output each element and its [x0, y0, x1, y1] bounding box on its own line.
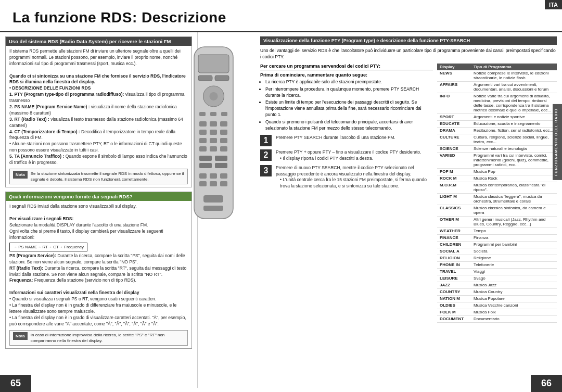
page-number-left: 65	[0, 375, 31, 392]
pty-tipo-cell: Scienze naturali e tecnologia	[471, 145, 557, 152]
svg-rect-18	[199, 146, 207, 151]
ita-badge: ITA	[545, 0, 562, 9]
page-title: La funzione RDS: Descrizione	[12, 9, 550, 26]
svg-rect-23	[199, 163, 212, 168]
pty-tipo-cell: Religione	[471, 255, 557, 261]
table-row: SCIENCEScienze naturali e tecnologia	[437, 145, 557, 152]
pty-display-cell: RELIGION	[437, 255, 471, 261]
svg-rect-17	[220, 138, 227, 143]
svg-rect-25	[199, 173, 207, 179]
svg-rect-15	[199, 138, 207, 143]
right-column: Visualizzazione della funzione PTY (Prog…	[255, 32, 562, 388]
svg-rect-7	[210, 112, 216, 116]
step-text-2: Premere PTY + oppure PTY – fino a visual…	[276, 149, 421, 162]
svg-rect-30	[220, 181, 227, 186]
svg-rect-2	[198, 75, 212, 81]
table-row: JAZZMusica Jazz	[437, 282, 557, 288]
bullet-item: Esiste un limite di tempo per l'esecuzio…	[265, 99, 433, 118]
svg-rect-9	[199, 121, 207, 127]
pty-tipo-cell: Musica Vecchie canzoni	[471, 302, 557, 309]
pty-tipo-cell: Argomenti vari tra cui avvenimenti, docu…	[471, 81, 557, 93]
table-row: OTHER MAltri generi musicali (Jazz, Rhyt…	[437, 216, 557, 227]
nota-box-1: Nota Se la stazione sintonizzata trasmet…	[9, 169, 188, 184]
pty-display-cell: LEISURE	[437, 275, 471, 282]
pty-tipo-cell: Musica classica "leggera", musica da orc…	[471, 193, 557, 205]
table-row: CLASSICSMusica classica sinfonica, da ca…	[437, 205, 557, 216]
table-row: NEWSNotizie comprese le interviste, le e…	[437, 70, 557, 82]
table-row: DRAMARecitazione, fiction, serial radiof…	[437, 127, 557, 134]
pty-tipo-cell: Documentario	[471, 315, 557, 322]
pty-display-cell: FOLK M	[437, 309, 471, 315]
pty-display-cell: SOCIAL A	[437, 248, 471, 255]
step-1: 1 Premere PTY SEARCH durante l'ascolto d…	[260, 135, 433, 146]
pty-tipo-cell: Musica contemporanea, classificata "di r…	[471, 182, 557, 193]
pty-display-cell: CHILDREN	[437, 241, 471, 248]
pty-table-col: Display Tipo di Programma NEWSNotizie co…	[437, 64, 557, 323]
bullet-list: La ricerca PTY è applicabile solo alle s…	[260, 79, 433, 132]
bullet-item: Per interrompere la procedura in qualunq…	[265, 86, 433, 99]
svg-rect-20	[220, 146, 227, 151]
pty-display-cell: DRAMA	[437, 127, 471, 134]
table-row: INFONotizie varie tra cui argomenti di a…	[437, 93, 557, 113]
nota-text-2: In caso di interruzione improvvisa della…	[31, 332, 184, 344]
arrow-indicator: → PS NAME→ RT→ CT→ Frequency	[9, 243, 87, 251]
svg-rect-11	[220, 121, 227, 127]
pty-display-cell: JAZZ	[437, 282, 471, 288]
section-rds-uso: Uso del sistema RDS (Radio Data System) …	[5, 36, 192, 187]
intro-text: Uno dei vantaggi del servizio RDS è che …	[260, 48, 557, 60]
page-number-right: 66	[531, 375, 562, 392]
pty-tipo-cell: Viaggi	[471, 268, 557, 275]
table-row: FOLK MMusica Folk	[437, 309, 557, 315]
page-header: La funzione RDS: Descrizione	[0, 0, 562, 32]
step-num-1: 1	[260, 135, 272, 146]
section-rds-uso-title: Uso del sistema RDS (Radio Data System) …	[6, 37, 191, 46]
table-row: SPORTArgomenti e notizie sportive	[437, 113, 557, 120]
table-row: RELIGIONReligione	[437, 255, 557, 261]
step-num-3: 3	[260, 165, 272, 176]
table-row: M.O.R.MMusica contemporanea, classificat…	[437, 182, 557, 193]
svg-rect-13	[210, 130, 217, 135]
pty-display-cell: LIGHT M	[437, 193, 471, 205]
svg-rect-8	[221, 112, 227, 116]
svg-rect-28	[199, 181, 207, 186]
pty-tipo-cell: Recitazione, fiction, serial radiofonici…	[471, 127, 557, 134]
table-row: SOCIAL ASocietà	[437, 248, 557, 255]
bullet-item: Quando si premono i pulsanti del telecom…	[265, 119, 433, 132]
table-row: TRAVELViaggi	[437, 268, 557, 275]
pty-tipo-cell: Musica Rock	[471, 175, 557, 182]
svg-rect-26	[210, 173, 217, 179]
pty-display-cell: POP M	[437, 168, 471, 175]
svg-rect-10	[210, 121, 217, 127]
svg-rect-22	[215, 156, 227, 161]
per-cercare-title: Per cercare un programma servendosi dei …	[260, 64, 433, 70]
pty-tipo-cell: Svago	[471, 275, 557, 282]
pty-display-cell: COUNTRY	[437, 288, 471, 295]
pty-display-cell: ROCK M	[437, 175, 471, 182]
pty-tipo-cell: Notizie comprese le interviste, le edizi…	[471, 70, 557, 82]
vertical-label: FUNZIONAMENTO DELL RADIO	[553, 104, 562, 180]
svg-rect-19	[210, 146, 217, 151]
svg-rect-32	[203, 206, 223, 211]
table-row: DOCUMENTDocumentario	[437, 315, 557, 322]
pty-tipo-cell: Musica Folk	[471, 309, 557, 315]
pty-tipo-cell: Telefonerie	[471, 261, 557, 268]
pty-display-cell: SPORT	[437, 113, 471, 120]
nota-label-2: Nota	[13, 332, 28, 340]
pty-tipo-cell: Tempo	[471, 227, 557, 234]
pty-display-cell: CULTURE	[437, 134, 471, 145]
pty-display-cell: INFO	[437, 93, 471, 113]
pty-display-cell: OTHER M	[437, 216, 471, 227]
table-row: ROCK MMusica Rock	[437, 175, 557, 182]
table-row: LIGHT MMusica classica "leggera", musica…	[437, 193, 557, 205]
pty-tipo-cell: Musica Country	[471, 288, 557, 295]
step-text-3: Premere di nuovo PTY SEARCH, mentre il c…	[276, 165, 433, 190]
svg-rect-12	[199, 130, 207, 135]
pty-display-cell: DOCUMENT	[437, 315, 471, 322]
table-row: LEISURESvago	[437, 275, 557, 282]
pty-display-cell: EDUCATE	[437, 120, 471, 127]
right-text-col: Per cercare un programma servendosi dei …	[260, 64, 433, 323]
table-row: EDUCATEEducazione, scuola e insegnamento	[437, 120, 557, 127]
nota-box-2: Nota In caso di interruzione improvvisa …	[9, 330, 188, 346]
table-row: FINANCEFinanza	[437, 234, 557, 241]
pty-tipo-cell: Programmi per bambini	[471, 241, 557, 248]
